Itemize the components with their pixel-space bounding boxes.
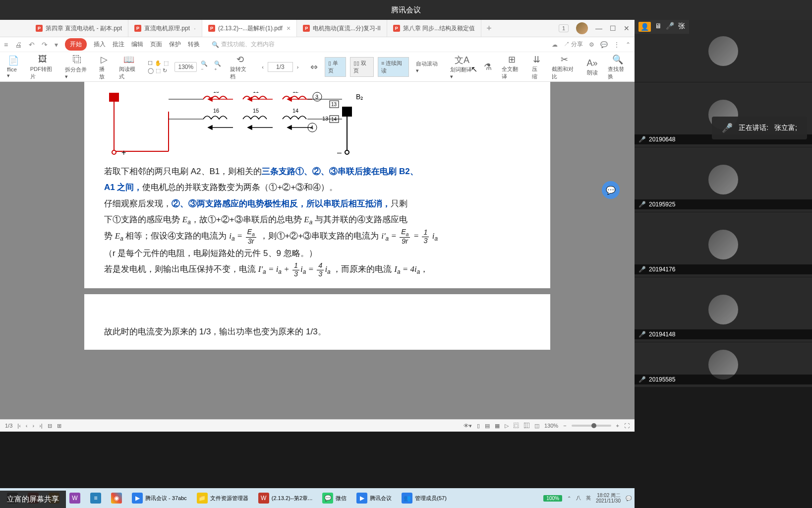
tab-5[interactable]: P第八章 同步...结构及额定值 <box>387 20 481 37</box>
tab-2[interactable]: P直流电机原理.ppt· <box>128 20 202 37</box>
gear-icon[interactable]: ⚙ <box>589 41 594 48</box>
page-input[interactable]: 1/3 <box>268 62 293 72</box>
monitor-icon[interactable]: 🖥 <box>655 22 662 32</box>
menu-annotate[interactable]: 批注 <box>113 40 124 49</box>
minimize-icon[interactable]: — <box>595 24 602 32</box>
double-page-button[interactable]: ▯▯ 双页 <box>350 57 374 77</box>
tab-3-active[interactable]: P(2.13.2)--...题解析(1).pdf× <box>202 20 297 37</box>
notification-icon[interactable]: 💬 <box>626 496 632 501</box>
ime-lang[interactable]: 英 <box>586 495 591 502</box>
view-mode-3-icon[interactable]: ▦ <box>495 423 500 429</box>
expand-icon[interactable]: ⊞ <box>57 423 61 429</box>
view-mode-2-icon[interactable]: ▤ <box>485 423 490 429</box>
taskbar-app[interactable]: W <box>65 491 84 506</box>
menu-icon[interactable]: ≡ <box>4 41 8 49</box>
next-icon[interactable]: › <box>33 423 35 429</box>
start-button[interactable]: 开始 <box>65 38 87 51</box>
participant-item[interactable]: 🎤20194148 <box>635 277 812 342</box>
tab-count-badge[interactable]: 1 <box>559 24 569 32</box>
layout-2-icon[interactable]: ⿲ <box>524 423 529 429</box>
taskbar-wps[interactable]: W(2.13.2)--第2章... <box>254 491 317 506</box>
zoom-out-icon[interactable]: 🔍⁻ <box>201 61 210 73</box>
mic-icon[interactable]: 🎤 <box>666 22 674 32</box>
zoom-out-button[interactable]: − <box>563 423 566 429</box>
fullscreen-icon[interactable]: ⛶ <box>624 423 630 429</box>
search-input[interactable]: 查找功能、文档内容 <box>212 40 275 49</box>
print-icon[interactable]: 🖨 <box>15 41 22 49</box>
user-icon[interactable]: 👤 <box>638 22 651 32</box>
tab-1[interactable]: P第四章 直流电动机 - 副本.ppt <box>30 20 128 37</box>
play-icon[interactable]: ▷ <box>505 423 509 429</box>
prev-page-icon[interactable]: ‹ <box>262 64 264 70</box>
prev-icon[interactable]: ‹ <box>26 423 28 429</box>
clock[interactable]: 18:02 周二 2021/11/30 <box>596 493 621 504</box>
zoom-in-button[interactable]: + <box>616 423 619 429</box>
avatar[interactable] <box>576 22 588 34</box>
taskbar-wechat[interactable]: 💬微信 <box>318 491 350 506</box>
ime-indicator[interactable]: 八 <box>576 495 581 502</box>
auto-scroll-button[interactable]: 自动滚动 ▾ <box>413 60 443 74</box>
chat-icon[interactable]: 💬 <box>600 41 608 48</box>
next-page-icon[interactable]: › <box>297 64 299 70</box>
taskbar-tencent2[interactable]: ▶腾讯会议 <box>352 491 396 506</box>
pdf-to-image-button[interactable]: 🖼PDF转图片 <box>27 54 58 80</box>
more-icon[interactable]: ⋮ <box>614 41 620 48</box>
zoom-in-icon[interactable]: 🔍⁺ <box>214 61 223 73</box>
close-icon[interactable]: ✕ <box>624 24 630 32</box>
find-replace-button[interactable]: 🔍查找替换 <box>605 54 631 80</box>
split-merge-button[interactable]: ⿻拆分合并 ▾ <box>62 54 92 80</box>
tab-4[interactable]: P电机拖动(直流...分)复习-II <box>297 20 387 37</box>
menu-page[interactable]: 页面 <box>150 40 162 49</box>
dropdown-icon[interactable]: ▾ <box>55 41 58 49</box>
zoom-select[interactable]: 130% <box>174 62 197 72</box>
tray-up-icon[interactable]: ⌃ <box>567 496 571 501</box>
battery-indicator[interactable]: 100% <box>543 495 562 502</box>
continuous-button[interactable]: ≡ 连续阅读 <box>378 57 409 77</box>
share-button[interactable]: ↗ 分享 <box>564 40 583 49</box>
taskbar-app[interactable]: ◉ <box>107 491 126 506</box>
compress-button[interactable]: ⇊压缩 <box>529 54 545 80</box>
menu-insert[interactable]: 插入 <box>94 40 106 49</box>
close-icon[interactable]: · <box>194 24 196 32</box>
participant-self[interactable]: 👤 🖥 🎤 张 <box>635 20 812 82</box>
add-tab-button[interactable]: + <box>481 23 497 34</box>
view-mode-1-icon[interactable]: ▯ <box>477 423 480 429</box>
taskbar-app[interactable]: ≡ <box>86 491 105 506</box>
maximize-icon[interactable]: ☐ <box>610 24 616 32</box>
undo-icon[interactable]: ↶ <box>29 41 35 49</box>
office-button[interactable]: 📄ffice ▾ <box>4 55 23 79</box>
collapse-icon[interactable]: ⌃ <box>626 41 631 48</box>
menu-convert[interactable]: 转换 <box>188 40 200 49</box>
speak-button[interactable]: A»朗读 <box>584 57 601 76</box>
svg-marker-11 <box>208 97 212 101</box>
fit-button[interactable]: ⇔ <box>307 61 321 73</box>
participant-item[interactable]: 🎤20195585 <box>635 342 812 387</box>
play-button[interactable]: ▷播放 <box>96 54 112 80</box>
zoom-slider[interactable] <box>572 425 611 427</box>
single-page-button[interactable]: ▯ 单页 <box>325 57 346 77</box>
full-translate-button[interactable]: ⊞全文翻译 <box>499 54 524 80</box>
taskbar-tencent[interactable]: ▶腾讯会议 - 37abc <box>128 491 191 506</box>
last-page-icon[interactable]: ›| <box>39 423 43 429</box>
layout-3-icon[interactable]: ◫ <box>534 423 539 429</box>
menu-protect[interactable]: 保护 <box>169 40 181 49</box>
collapse-icon[interactable]: ⊟ <box>48 423 52 429</box>
cloud-icon[interactable]: ☁ <box>552 41 558 48</box>
rotate-button[interactable]: ⟲旋转文档 <box>227 54 253 80</box>
edit-tools[interactable]: ☐✋⬚ ◯⬚↻ <box>146 60 171 74</box>
redo-icon[interactable]: ↷ <box>42 41 48 49</box>
eye-icon[interactable]: 👁▾ <box>464 423 472 429</box>
first-page-icon[interactable]: |‹ <box>17 423 21 429</box>
layout-1-icon[interactable]: ⿴ <box>514 423 519 429</box>
taskbar-explorer[interactable]: 📁文件资源管理器 <box>193 491 252 506</box>
document-area[interactable]: + 10 11 12 3 <box>0 82 635 419</box>
screenshot-button[interactable]: ✂截图和对比 <box>549 54 580 80</box>
participant-item[interactable]: 🎤20195925 <box>635 147 812 212</box>
filter-button[interactable]: ⚗ <box>481 61 495 73</box>
taskbar-members[interactable]: 👥管理成员(57) <box>398 491 451 506</box>
participant-item[interactable]: 🎤20194176 <box>635 212 812 277</box>
menu-edit[interactable]: 编辑 <box>131 40 143 49</box>
close-icon[interactable]: × <box>287 24 290 32</box>
read-mode-button[interactable]: 📖阅读模式 <box>116 54 142 80</box>
assistant-button[interactable]: 💬 <box>602 181 620 199</box>
